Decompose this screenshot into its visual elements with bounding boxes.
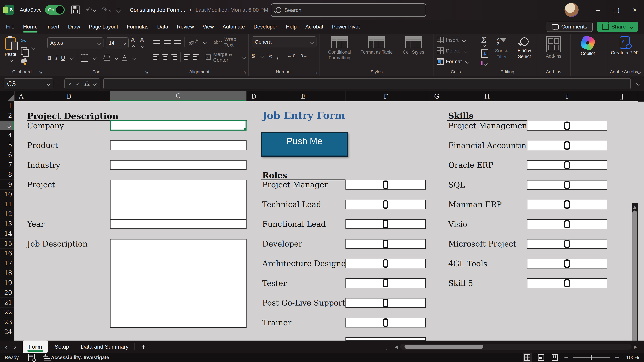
fill-color-chevron-icon[interactable]: [114, 56, 118, 60]
document-title[interactable]: Consulting Job Form.... • Last Modified:…: [130, 7, 274, 13]
role-checkbox-tester[interactable]: [346, 278, 426, 288]
product-input-cell[interactable]: [110, 140, 246, 150]
menu-tab-insert[interactable]: Insert: [42, 21, 64, 32]
increase-font-icon[interactable]: A: [131, 36, 138, 49]
wrap-text-button[interactable]: ab↩Wrap Text: [214, 36, 245, 48]
align-right-icon[interactable]: [172, 54, 177, 60]
underline-chevron-icon[interactable]: [70, 56, 74, 60]
increase-decimal-icon[interactable]: ←.0: [287, 53, 295, 58]
row-header-16[interactable]: 16: [0, 249, 14, 258]
orientation-icon[interactable]: ab↗: [187, 37, 200, 47]
menu-tab-power-pivot[interactable]: Power Pivot: [328, 21, 364, 32]
row-header-22[interactable]: 22: [0, 308, 14, 318]
column-header-D[interactable]: D: [246, 91, 261, 101]
row-header-9[interactable]: 9: [0, 180, 14, 190]
underline-button[interactable]: U: [61, 55, 65, 61]
expand-formula-bar-icon[interactable]: [636, 82, 640, 86]
zoom-out-button[interactable]: −: [564, 354, 569, 361]
vertical-scroll-thumb[interactable]: [632, 211, 637, 341]
company-input-cell[interactable]: [110, 120, 246, 131]
paste-button[interactable]: Paste: [3, 36, 18, 67]
align-bottom-icon[interactable]: [174, 40, 181, 44]
decrease-font-icon[interactable]: A: [140, 36, 147, 49]
row-header-7[interactable]: 7: [0, 160, 14, 170]
sheet-prev-icon[interactable]: ‹: [5, 343, 8, 351]
column-header-J[interactable]: J: [607, 91, 638, 101]
save-icon[interactable]: [72, 5, 80, 14]
menu-tab-help[interactable]: Help: [282, 21, 301, 32]
add-sheet-button[interactable]: +: [141, 343, 146, 351]
column-header-A[interactable]: A: [14, 91, 28, 101]
font-color-icon[interactable]: A: [122, 54, 127, 61]
zoom-in-button[interactable]: +: [614, 354, 620, 361]
comma-style-icon[interactable]: ,: [276, 54, 279, 57]
insert-function-icon[interactable]: fx: [84, 80, 90, 87]
column-header-H[interactable]: H: [447, 91, 527, 101]
menu-tab-page-layout[interactable]: Page Layout: [84, 21, 122, 32]
format-as-table-button[interactable]: Format as Table: [360, 36, 394, 67]
column-header-G[interactable]: G: [426, 91, 447, 101]
sheet-tab-form[interactable]: Form: [23, 341, 48, 353]
copilot-button[interactable]: Copilot: [574, 36, 602, 67]
zoom-slider-handle[interactable]: [591, 355, 592, 360]
orientation-chevron-icon[interactable]: [203, 40, 207, 44]
skill-checkbox-oracle-erp[interactable]: [527, 160, 607, 170]
borders-icon[interactable]: [81, 54, 88, 61]
merge-center-button[interactable]: ↔Merge & Center: [206, 51, 245, 63]
skill-checkbox-microsoft-project[interactable]: [527, 239, 607, 249]
normal-view-button[interactable]: [522, 353, 532, 362]
font-color-chevron-icon[interactable]: [132, 56, 136, 60]
row-header-20[interactable]: 20: [0, 288, 14, 298]
menu-tab-formulas[interactable]: Formulas: [122, 21, 153, 32]
autosave-toggle[interactable]: On: [45, 5, 65, 14]
role-checkbox-architecture-designer[interactable]: [346, 259, 426, 268]
search-input[interactable]: Search: [271, 3, 426, 17]
font-dialog-launcher-icon[interactable]: ↘: [145, 70, 148, 75]
column-header-C[interactable]: C: [110, 91, 246, 101]
vertical-scrollbar[interactable]: ▲: [632, 203, 638, 341]
tabbar-kebab-icon[interactable]: ⋮: [384, 344, 390, 350]
align-top-icon[interactable]: [153, 40, 160, 44]
scroll-left-icon[interactable]: ◀: [394, 344, 398, 349]
row-header-12[interactable]: 12: [0, 209, 14, 219]
row-header-6[interactable]: 6: [0, 150, 14, 160]
row-header-8[interactable]: 8: [0, 170, 14, 180]
skill-checkbox-manman-erp[interactable]: [527, 200, 607, 209]
role-checkbox-functional-lead[interactable]: [346, 219, 426, 229]
horizontal-scrollbar[interactable]: ◀ ▶: [394, 344, 637, 350]
row-header-2[interactable]: 2: [0, 111, 14, 121]
fill-handle[interactable]: [244, 128, 247, 131]
menu-tab-acrobat[interactable]: Acrobat: [301, 21, 328, 32]
skill-checkbox-financial-accounting[interactable]: [527, 141, 607, 150]
skill-checkbox-4gl-tools[interactable]: [527, 259, 607, 269]
align-middle-icon[interactable]: [164, 40, 171, 44]
clipboard-dialog-launcher-icon[interactable]: ↘: [39, 70, 42, 75]
column-header-E[interactable]: E: [261, 91, 346, 101]
select-all-corner[interactable]: [0, 91, 14, 101]
row-header-11[interactable]: 11: [0, 199, 14, 209]
redo-icon[interactable]: ↷: [101, 6, 111, 13]
italic-button[interactable]: I: [55, 54, 57, 61]
copy-icon[interactable]: [21, 47, 27, 55]
formula-input[interactable]: [103, 78, 631, 89]
create-pdf-button[interactable]: Create a PDF: [609, 36, 641, 67]
column-header-I[interactable]: I: [527, 91, 607, 101]
font-size-select[interactable]: 14: [106, 37, 129, 48]
menu-tab-automate[interactable]: Automate: [218, 21, 249, 32]
insert-cells-button[interactable]: Insert: [437, 35, 475, 45]
accessibility-icon[interactable]: [42, 354, 48, 361]
align-left-icon[interactable]: [153, 54, 159, 60]
role-checkbox-technical-lead[interactable]: [346, 200, 426, 209]
copy-chevron-icon[interactable]: [31, 46, 35, 50]
row-header-13[interactable]: 13: [0, 219, 14, 229]
decrease-indent-icon[interactable]: [184, 54, 190, 60]
column-header-B[interactable]: B: [28, 91, 110, 101]
skill-checkbox-visio[interactable]: [527, 219, 607, 229]
page-layout-view-button[interactable]: [536, 353, 546, 362]
role-checkbox-post-go-live-support[interactable]: [346, 298, 426, 308]
font-name-select[interactable]: Aptos: [47, 37, 104, 48]
menu-tab-data[interactable]: Data: [153, 21, 172, 32]
sheet-next-icon[interactable]: ›: [14, 343, 17, 351]
row-header-3[interactable]: 3: [0, 121, 14, 131]
horizontal-scroll-thumb[interactable]: [404, 345, 483, 349]
